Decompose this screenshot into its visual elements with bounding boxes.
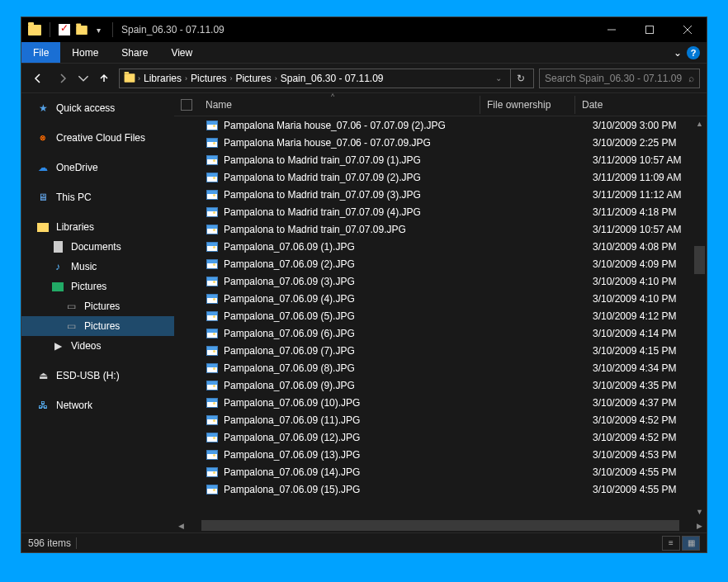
file-row[interactable]: Pampalona_07.06.09 (4).JPG3/10/2009 4:10… [174,290,707,307]
address-dropdown-icon[interactable]: ⌄ [492,73,505,83]
qat-properties-icon[interactable] [59,24,70,35]
column-headers[interactable]: Name ^ File ownership Date [174,93,707,116]
file-row[interactable]: Pampalona Maria house_07.06 - 07.07.09 (… [174,116,707,134]
image-file-icon [206,448,219,461]
back-button[interactable] [28,69,48,88]
file-explorer-window: ▾ Spain_06.30 - 07.11.09 File Home Share… [21,17,707,553]
file-row[interactable]: Pampalona_07.06.09 (3).JPG3/10/2009 4:10… [174,272,707,290]
minimize-button[interactable] [593,17,631,42]
up-button[interactable] [94,69,114,88]
tab-home[interactable]: Home [60,42,110,63]
tab-share[interactable]: Share [110,42,159,63]
recent-locations-button[interactable] [78,69,89,88]
nav-quick-access[interactable]: ★Quick access [21,98,174,118]
crumb-pictures-2[interactable]: Pictures [234,73,272,84]
scroll-left-icon[interactable]: ◀ [174,518,188,532]
file-row[interactable]: Pampalona to Madrid train_07.07.09 (4).J… [174,203,707,220]
file-row[interactable]: Pampalona_07.06.09 (10).JPG3/10/2009 4:3… [174,394,707,411]
file-row[interactable]: Pampalona to Madrid train_07.07.09 (2).J… [174,168,707,186]
file-row[interactable]: Pampalona to Madrid train_07.07.09.JPG3/… [174,220,707,238]
select-all-checkbox[interactable] [181,99,192,111]
nav-network[interactable]: 🖧Network [21,395,174,415]
image-file-icon [206,483,219,496]
file-row[interactable]: Pampalona_07.06.09 (11).JPG3/10/2009 4:5… [174,411,707,428]
file-row[interactable]: Pampalona_07.06.09 (12).JPG3/10/2009 4:5… [174,428,707,446]
file-date: 3/10/2009 4:10 PM [593,293,707,305]
libraries-icon [36,220,50,234]
horizontal-scrollbar[interactable]: ◀ ▶ [174,518,707,532]
nav-esd-usb[interactable]: ⏏ESD-USB (H:) [21,366,174,386]
image-file-icon [206,188,219,201]
file-row[interactable]: Pampalona_07.06.09 (13).JPG3/10/2009 4:5… [174,446,707,463]
file-row[interactable]: Pampalona_07.06.09 (7).JPG3/10/2009 4:15… [174,342,707,359]
hscroll-thumb[interactable] [201,520,679,531]
file-row[interactable]: Pampalona_07.06.09 (15).JPG3/10/2009 4:5… [174,480,707,498]
addressbar[interactable]: › Libraries › Pictures › Pictures › Spai… [119,69,534,88]
nav-pane[interactable]: ★Quick access ⊗Creative Cloud Files ☁One… [21,93,174,532]
scroll-up-icon[interactable]: ▲ [693,116,707,130]
file-row[interactable]: Pampalona_07.06.09 (2).JPG3/10/2009 4:09… [174,255,707,272]
content-pane: Name ^ File ownership Date Pampalona Mar… [174,93,707,532]
file-name: Pampalona_07.06.09 (4).JPG [224,293,498,305]
file-row[interactable]: Pampalona to Madrid train_07.07.09 (3).J… [174,186,707,203]
col-ownership[interactable]: File ownership [480,96,574,114]
nav-this-pc[interactable]: 🖥This PC [21,187,174,207]
view-details-button[interactable]: ≡ [662,536,680,551]
file-row[interactable]: Pampalona to Madrid train_07.07.09 (1).J… [174,151,707,168]
titlebar[interactable]: ▾ Spain_06.30 - 07.11.09 [21,17,707,42]
searchbox[interactable]: ⌕ [539,69,700,88]
vscroll-thumb[interactable] [694,246,705,274]
pictures-lib-icon [51,280,64,293]
nav-pictures-sub1[interactable]: ▭Pictures [21,296,174,316]
search-input[interactable] [545,73,688,84]
tab-view[interactable]: View [159,42,204,63]
image-file-icon [206,344,219,357]
vertical-scrollbar[interactable]: ▲ ▼ [693,116,707,518]
scroll-down-icon[interactable]: ▼ [693,504,707,518]
nav-pictures-lib[interactable]: Pictures [21,277,174,296]
file-row[interactable]: Pampalona Maria house_07.06 - 07.07.09.J… [174,134,707,151]
crumb-pictures[interactable]: Pictures [189,73,228,84]
nav-onedrive[interactable]: ☁OneDrive [21,158,174,177]
refresh-button[interactable]: ↻ [510,69,530,88]
nav-pictures-sub2[interactable]: ▭Pictures [21,316,174,336]
scroll-right-icon[interactable]: ▶ [693,518,707,532]
file-date: 3/10/2009 4:35 PM [593,380,707,391]
crumb-current[interactable]: Spain_06.30 - 07.11.09 [279,73,385,84]
close-button[interactable] [669,17,707,42]
image-file-icon [206,223,219,236]
maximize-button[interactable] [631,17,669,42]
ribbon-expand-icon[interactable]: ⌄ [674,47,682,59]
tab-file[interactable]: File [21,42,60,63]
file-name: Pampalona_07.06.09 (8).JPG [224,362,498,374]
file-date: 3/11/2009 11:09 AM [593,172,707,183]
help-icon[interactable]: ? [687,46,700,59]
file-row[interactable]: Pampalona_07.06.09 (8).JPG3/10/2009 4:34… [174,359,707,376]
qat-newfolder-icon[interactable] [75,23,88,36]
nav-documents[interactable]: Documents [21,237,174,257]
file-row[interactable]: Pampalona_07.06.09 (14).JPG3/10/2009 4:5… [174,463,707,480]
view-thumbnails-button[interactable]: ▦ [682,536,700,551]
search-icon[interactable]: ⌕ [688,73,694,84]
qat-customize-icon[interactable]: ▾ [93,26,104,35]
file-name: Pampalona_07.06.09 (9).JPG [224,380,498,391]
nav-libraries[interactable]: Libraries [21,217,174,237]
status-item-count: 596 items [28,537,71,549]
forward-button[interactable] [53,69,73,88]
network-icon: 🖧 [36,399,50,412]
image-file-icon [206,310,219,323]
file-name: Pampalona Maria house_07.06 - 07.07.09.J… [224,137,498,149]
nav-music[interactable]: ♪Music [21,257,174,277]
file-row[interactable]: Pampalona_07.06.09 (9).JPG3/10/2009 4:35… [174,376,707,394]
nav-videos[interactable]: ▶Videos [21,336,174,356]
file-list[interactable]: Pampalona Maria house_07.06 - 07.07.09 (… [174,116,707,518]
nav-creative-cloud[interactable]: ⊗Creative Cloud Files [21,128,174,148]
file-name: Pampalona to Madrid train_07.07.09 (2).J… [224,172,498,183]
col-date[interactable]: Date [574,96,609,114]
crumb-libraries[interactable]: Libraries [142,73,183,84]
file-row[interactable]: Pampalona_07.06.09 (6).JPG3/10/2009 4:14… [174,324,707,342]
col-name[interactable]: Name [206,96,480,114]
file-row[interactable]: Pampalona_07.06.09 (5).JPG3/10/2009 4:12… [174,307,707,324]
file-date: 3/10/2009 4:55 PM [593,484,707,495]
file-row[interactable]: Pampalona_07.06.09 (1).JPG3/10/2009 4:08… [174,238,707,255]
